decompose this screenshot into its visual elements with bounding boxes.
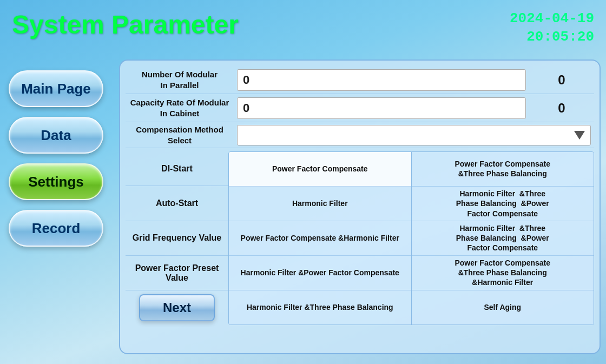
- content-grid: DI-Start Auto-Start Grid Frequency Value…: [126, 151, 594, 325]
- param-row-modular: Number Of ModularIn Parallel 0: [126, 66, 594, 94]
- options-col-2: Power Factor Compensate&Three Phase Bala…: [412, 152, 594, 325]
- header-date: 2024-04-19: [510, 10, 594, 28]
- option-harmonic-3phase-pf2[interactable]: Harmonic Filter &ThreePhase Balancing &P…: [412, 221, 594, 256]
- sidebar: Main Page Data Settings Record: [9, 70, 103, 247]
- param-value-capacity: 0: [529, 101, 594, 116]
- dropdown-arrow-icon: [574, 131, 585, 140]
- option-harmonic-filter[interactable]: Harmonic Filter: [229, 187, 411, 221]
- left-label-di-start: DI-Start: [126, 151, 228, 186]
- header-title: System Parameter: [12, 10, 239, 39]
- param-label-modular: Number Of ModularIn Parallel: [126, 67, 234, 92]
- option-harmonic-3phase[interactable]: Harmonic Filter &Three Phase Balancing: [229, 290, 411, 325]
- next-cell: Next: [126, 290, 228, 325]
- nav-record[interactable]: Record: [9, 210, 103, 247]
- option-pf-harmonic[interactable]: Power Factor Compensate &Harmonic Filter: [229, 221, 411, 256]
- option-harmonic-pf[interactable]: Harmonic Filter &Power Factor Compensate: [229, 256, 411, 290]
- option-pf-compensate[interactable]: Power Factor Compensate: [229, 152, 411, 187]
- param-input-capacity[interactable]: [237, 97, 526, 119]
- next-button[interactable]: Next: [139, 294, 215, 321]
- param-input-modular[interactable]: [237, 69, 526, 91]
- left-label-grid-freq: Grid Frequency Value: [126, 221, 228, 256]
- param-label-capacity: Capacity Rate Of ModularIn Cabinet: [126, 95, 234, 121]
- left-label-auto-start: Auto-Start: [126, 186, 228, 221]
- header-time: 20:05:20: [510, 28, 594, 47]
- param-row-capacity: Capacity Rate Of ModularIn Cabinet 0: [126, 94, 594, 122]
- dropdown-row: Compensation Method Select: [126, 122, 594, 148]
- header-datetime: 2024-04-19 20:05:20: [510, 10, 594, 47]
- main-panel: Number Of ModularIn Parallel 0 Capacity …: [119, 59, 601, 354]
- nav-data[interactable]: Data: [9, 117, 103, 154]
- options-col-1: Power Factor Compensate Harmonic Filter …: [229, 152, 412, 325]
- nav-main-page[interactable]: Main Page: [9, 70, 103, 107]
- param-value-modular: 0: [529, 72, 594, 88]
- dropdown-label: Compensation Method Select: [126, 122, 234, 148]
- left-label-pf-preset: Power Factor Preset Value: [126, 256, 228, 290]
- option-pf-3phase-harmonic[interactable]: Power Factor Compensate&Three Phase Bala…: [412, 256, 594, 290]
- options-columns: Power Factor Compensate Harmonic Filter …: [228, 151, 594, 325]
- left-labels: DI-Start Auto-Start Grid Frequency Value…: [126, 151, 228, 325]
- option-harmonic-3phase-pf[interactable]: Harmonic Filter &ThreePhase Balancing &P…: [412, 187, 594, 221]
- dropdown-control[interactable]: [237, 125, 591, 145]
- option-pf-3phase[interactable]: Power Factor Compensate&Three Phase Bala…: [412, 152, 594, 187]
- nav-settings[interactable]: Settings: [9, 163, 103, 200]
- option-self-aging[interactable]: Self Aging: [412, 290, 594, 325]
- param-section: Number Of ModularIn Parallel 0 Capacity …: [126, 66, 594, 148]
